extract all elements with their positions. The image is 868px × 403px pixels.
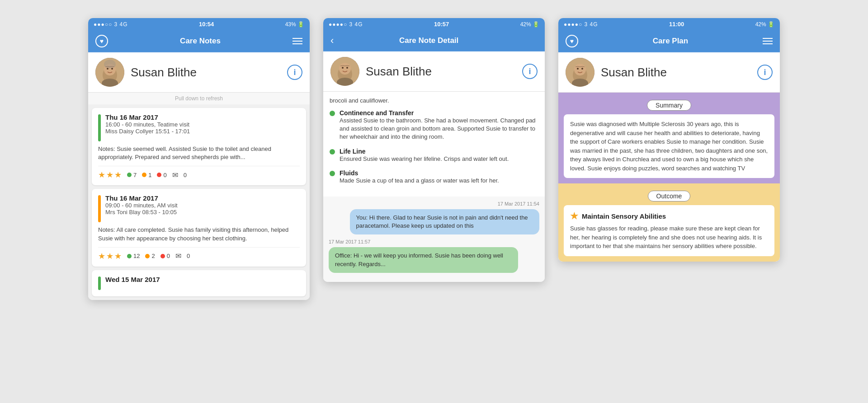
color-bar-2 <box>98 195 101 222</box>
detail-title-2: Life Line <box>340 148 509 155</box>
svg-point-6 <box>104 60 116 69</box>
color-bar-1 <box>98 114 101 141</box>
info-button-1[interactable]: i <box>287 65 302 80</box>
dot-green-2 <box>127 254 132 258</box>
care-card-2[interactable]: Thu 16 Mar 2017 09:00 - 60 minutes, AM v… <box>92 189 306 266</box>
battery-2: 42% 🔋 <box>520 21 539 28</box>
user-header-1: Susan Blithe i <box>88 52 310 93</box>
info-button-3[interactable]: i <box>757 65 773 80</box>
care-card-1[interactable]: Thu 16 Mar 2017 16:00 - 60 minutes, Teat… <box>92 108 306 185</box>
detail-text-3: Fluids Made Susie a cup of tea and a gla… <box>340 169 499 185</box>
outcome-section: Outcome ★ Maintain Sensory Abilities Sus… <box>558 183 780 262</box>
user-header-2: Susan Blithe i <box>323 52 545 92</box>
back-button[interactable]: ‹ <box>330 35 334 47</box>
signal-1: ●●●○○ 3 4G <box>94 21 128 28</box>
menu-icon-1[interactable] <box>292 38 302 44</box>
status-bar-2: ●●●●○ 3 4G 10:57 42% 🔋 <box>323 18 545 30</box>
detail-item-2: Life Line Ensured Susie was wearing her … <box>330 148 538 163</box>
messages-area: 17 Mar 2017 11:54 You: Hi there. Glad to… <box>323 197 545 282</box>
dot-group-red-1: 0 <box>157 172 166 178</box>
card-header-1: Thu 16 Mar 2017 16:00 - 60 minutes, Teat… <box>98 113 300 141</box>
stars-1: ★ ★ ★ <box>98 170 122 180</box>
summary-card: Susie was diagnosed with Multiple Sclero… <box>564 114 774 178</box>
svg-point-18 <box>581 68 583 70</box>
card-info-2: Thu 16 Mar 2017 09:00 - 60 minutes, AM v… <box>105 194 178 216</box>
dot-group-green-1: 7 <box>127 172 137 178</box>
summary-text: Susie was diagnosed with Multiple Sclero… <box>570 121 768 172</box>
detail-content: brocoli and cauliflower. Continence and … <box>323 92 545 197</box>
care-plan-content: Summary Susie was diagnosed with Multipl… <box>558 93 780 262</box>
card-date-1: Thu 16 Mar 2017 <box>105 113 190 121</box>
svg-point-15 <box>574 64 586 75</box>
stars-2: ★ ★ ★ <box>98 251 122 261</box>
card-footer-2: ★ ★ ★ 12 2 0 ✉ 0 <box>98 247 300 261</box>
avatar-1 <box>95 58 124 87</box>
avatar-3 <box>566 58 594 87</box>
summary-section: Summary Susie was diagnosed with Multipl… <box>558 93 780 183</box>
dot-group-red-2: 0 <box>160 253 170 259</box>
nav-title-2: Care Note Detail <box>399 36 458 45</box>
menu-icon-3[interactable] <box>763 38 773 44</box>
dot-red-1 <box>157 173 161 177</box>
card-notes-2: Notes: All care completed. Susie has fam… <box>98 226 300 242</box>
star-2: ★ <box>106 170 113 180</box>
user-name-2: Susan Blithe <box>366 65 522 79</box>
status-bar-1: ●●●○○ 3 4G 10:54 43% 🔋 <box>88 18 310 30</box>
user-name-3: Susan Blithe <box>601 66 757 80</box>
screen-care-notes: ●●●○○ 3 4G 10:54 43% 🔋 ♥ Care Notes <box>88 18 310 300</box>
mail-count-1: 0 <box>184 172 187 178</box>
message-2: Office: Hi - we will keep you informed. … <box>329 247 518 272</box>
battery-1: 43% 🔋 <box>285 21 304 28</box>
svg-point-9 <box>339 63 351 75</box>
card-time-2: 09:00 - 60 minutes, AM visit <box>105 202 178 209</box>
card-info-3: Wed 15 Mar 2017 <box>105 276 160 283</box>
pull-refresh: Pull down to refresh <box>88 93 310 104</box>
card-footer-1: ★ ★ ★ 7 1 0 ✉ 0 <box>98 166 300 180</box>
time-3: 11:00 <box>669 21 684 28</box>
card-header-2: Thu 16 Mar 2017 09:00 - 60 minutes, AM v… <box>98 194 300 222</box>
detail-desc-2: Ensured Susie was wearing her lifeline. … <box>340 155 509 163</box>
color-bar-3 <box>98 276 101 290</box>
info-button-2[interactable]: i <box>522 64 538 79</box>
signal-2: ●●●●○ 3 4G <box>329 21 363 28</box>
care-card-3[interactable]: Wed 15 Mar 2017 <box>92 270 306 296</box>
summary-label: Summary <box>647 100 691 111</box>
heart-icon-3[interactable]: ♥ <box>566 35 578 47</box>
nav-bar-2: ‹ Care Note Detail <box>323 30 545 52</box>
mail-icon-2: ✉ <box>175 252 181 260</box>
mail-icon-1: ✉ <box>172 171 178 179</box>
card-info-1: Thu 16 Mar 2017 16:00 - 60 minutes, Teat… <box>105 113 190 135</box>
nav-title-1: Care Notes <box>180 37 221 46</box>
card-notes-1: Notes: Susie seemed well. Assisted Susie… <box>98 145 300 161</box>
svg-point-12 <box>346 67 348 69</box>
card-time-1: 16:00 - 60 minutes, Teatime visit <box>105 121 190 128</box>
screen-care-note-detail: ●●●●○ 3 4G 10:57 42% 🔋 ‹ Care Note Detai… <box>323 18 545 282</box>
detail-dot-1 <box>330 111 335 116</box>
star-3: ★ <box>114 170 122 180</box>
outcome-label: Outcome <box>648 191 691 202</box>
nav-title-3: Care Plan <box>653 37 688 46</box>
time-1: 10:54 <box>199 21 214 28</box>
detail-intro: brocoli and cauliflower. <box>330 97 538 104</box>
card-carer-1: Miss Daisy Collyer 15:51 - 17:01 <box>105 128 190 135</box>
outcome-card: ★ Maintain Sensory Abilities Susie has g… <box>564 205 774 256</box>
card-date-2: Thu 16 Mar 2017 <box>105 194 178 202</box>
detail-title-1: Continence and Transfer <box>340 109 538 117</box>
dot-orange-2 <box>145 254 150 258</box>
detail-item-3: Fluids Made Susie a cup of tea and a gla… <box>330 169 538 185</box>
nav-bar-3: ♥ Care Plan <box>558 30 780 52</box>
outcome-title-row: ★ Maintain Sensory Abilities <box>570 211 768 221</box>
card-header-3: Wed 15 Mar 2017 <box>98 276 300 290</box>
msg-timestamp-2: 17 Mar 2017 11:57 <box>329 239 539 244</box>
detail-item-1: Continence and Transfer Assisted Susie t… <box>330 109 538 141</box>
detail-text-2: Life Line Ensured Susie was wearing her … <box>340 148 509 163</box>
dot-group-green-2: 12 <box>127 253 140 259</box>
avatar-2 <box>330 57 359 86</box>
message-1: You: Hi there. Glad to hear Susie is not… <box>350 209 539 234</box>
card-date-3: Wed 15 Mar 2017 <box>105 276 160 283</box>
star-5: ★ <box>106 251 113 261</box>
heart-icon[interactable]: ♥ <box>95 35 108 47</box>
outcome-desc: Susie has glasses for reading, please ma… <box>570 224 768 251</box>
detail-desc-3: Made Susie a cup of tea and a glass or w… <box>340 177 499 185</box>
status-bar-3: ●●●●○ 3 4G 11:00 42% 🔋 <box>558 18 780 30</box>
